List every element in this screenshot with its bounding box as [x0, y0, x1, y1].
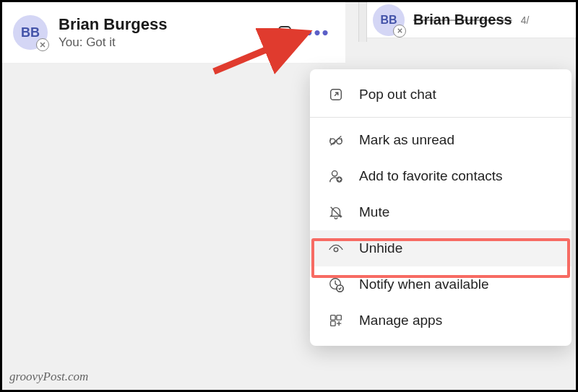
- svg-point-12: [334, 248, 338, 252]
- menu-add-favorite[interactable]: Add to favorite contacts: [310, 158, 571, 194]
- menu-manage-apps[interactable]: Manage apps: [310, 302, 571, 339]
- avatar-initials: BB: [21, 25, 40, 40]
- more-options-button[interactable]: •••: [309, 23, 327, 42]
- menu-label: Pop out chat: [359, 87, 436, 103]
- avatar: BB: [13, 15, 48, 50]
- menu-unhide[interactable]: Unhide: [310, 230, 571, 266]
- chat-text-block: Brian Burgess You: Got it: [59, 15, 264, 50]
- menu-label: Unhide: [359, 240, 402, 256]
- menu-label: Mark as unread: [359, 132, 454, 148]
- clock-check-icon: [327, 276, 345, 293]
- chat-context-menu: Pop out chat Mark as unread Add to favor…: [310, 69, 571, 346]
- menu-label: Mute: [359, 204, 389, 220]
- svg-rect-16: [331, 315, 335, 320]
- pane-divider: [358, 2, 367, 42]
- conversation-contact-name: Brian Burgess: [413, 12, 512, 28]
- menu-mark-unread[interactable]: Mark as unread: [310, 122, 571, 158]
- menu-pop-out-chat[interactable]: Pop out chat: [310, 77, 571, 113]
- menu-label: Notify when available: [359, 276, 489, 292]
- avatar: BB: [373, 4, 405, 36]
- person-add-icon: [327, 167, 345, 185]
- bell-off-icon: [327, 204, 345, 221]
- svg-rect-18: [331, 321, 335, 326]
- conversation-header: BB Brian Burgess 4/: [367, 2, 578, 38]
- watermark: groovyPost.com: [9, 370, 88, 384]
- ellipsis-icon: •••: [306, 23, 329, 42]
- pop-out-icon[interactable]: [275, 23, 294, 42]
- menu-label: Manage apps: [359, 313, 442, 328]
- presence-offline-icon: [36, 38, 49, 51]
- avatar-initials: BB: [380, 14, 397, 27]
- chat-message-preview: You: Got it: [59, 35, 264, 50]
- presence-offline-icon: [393, 25, 406, 38]
- chat-contact-name: Brian Burgess: [59, 15, 264, 34]
- menu-label: Add to favorite contacts: [359, 168, 503, 184]
- menu-separator: [310, 117, 571, 118]
- menu-notify-available[interactable]: Notify when available: [310, 266, 571, 302]
- apps-icon: [327, 312, 345, 329]
- conversation-date: 4/: [521, 14, 530, 26]
- chat-actions: •••: [275, 23, 327, 42]
- menu-mute[interactable]: Mute: [310, 194, 571, 230]
- chat-list-item[interactable]: BB Brian Burgess You: Got it •••: [2, 2, 345, 64]
- svg-point-9: [332, 171, 337, 176]
- eye-icon: [327, 240, 345, 257]
- glasses-icon: [327, 131, 345, 149]
- pop-out-icon: [327, 86, 345, 103]
- svg-rect-17: [337, 315, 341, 320]
